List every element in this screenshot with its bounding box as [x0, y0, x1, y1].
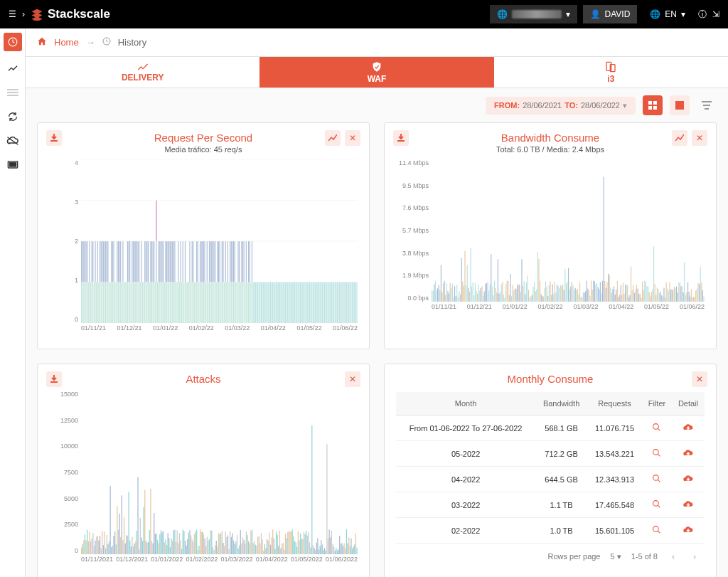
svg-rect-264: [248, 282, 249, 324]
svg-rect-36: [92, 282, 93, 324]
svg-rect-97: [134, 241, 135, 282]
filter-button[interactable]: [652, 527, 661, 536]
svg-rect-496: [579, 282, 580, 302]
svg-rect-742: [237, 549, 238, 554]
filter-button[interactable]: [697, 95, 717, 115]
svg-rect-32: [89, 241, 90, 282]
sidebar-monitor-icon[interactable]: [6, 158, 20, 172]
svg-rect-58: [107, 241, 107, 282]
exit-icon[interactable]: ⇲: [712, 9, 719, 19]
svg-rect-827: [336, 548, 336, 554]
sidebar-cloud-off-icon[interactable]: [6, 134, 20, 148]
x-axis: 01/11/2021 01/12/2021 01/01/2022 01/02/2…: [81, 556, 358, 568]
filter-button[interactable]: [652, 450, 661, 459]
date-range-chip[interactable]: FROM: 28/06/2021 TO: 28/06/2022 ▾: [486, 97, 636, 115]
svg-rect-835: [345, 548, 346, 554]
lang-selector[interactable]: 🌐 EN ▾: [643, 5, 692, 23]
home-icon[interactable]: [37, 36, 47, 48]
single-view-button[interactable]: [670, 95, 690, 115]
plot-bandwidth: [432, 159, 705, 302]
detail-button[interactable]: [682, 502, 694, 510]
svg-rect-801: [306, 531, 306, 554]
filter-button[interactable]: [652, 425, 661, 433]
cell-bandwidth: 1.1 TB: [535, 492, 587, 518]
sidebar-list-icon[interactable]: [6, 85, 20, 100]
svg-rect-572: [666, 282, 667, 302]
svg-rect-724: [217, 546, 218, 554]
svg-rect-71: [117, 282, 117, 324]
svg-rect-308: [295, 282, 296, 324]
svg-rect-155: [171, 241, 171, 282]
help-icon[interactable]: ⓘ: [698, 9, 707, 21]
rpp-select[interactable]: 5 ▾: [611, 552, 621, 561]
menu-icon[interactable]: ☰: [9, 9, 16, 19]
close-button[interactable]: ✕: [345, 130, 360, 146]
svg-rect-345: [338, 282, 338, 324]
svg-rect-745: [241, 544, 242, 554]
svg-rect-245: [235, 282, 235, 324]
svg-rect-816: [323, 550, 323, 554]
svg-rect-182: [192, 241, 193, 282]
user-chip[interactable]: 👤 DAVID: [583, 5, 638, 23]
chart-mode-button[interactable]: [325, 130, 341, 146]
svg-rect-472: [552, 284, 553, 302]
svg-rect-603: [701, 282, 702, 302]
brand[interactable]: Stackscale: [31, 7, 110, 21]
svg-rect-434: [509, 295, 510, 302]
svg-rect-782: [284, 550, 284, 554]
sidebar-chart-icon[interactable]: [6, 61, 20, 75]
svg-rect-712: [203, 534, 204, 554]
svg-rect-124: [152, 282, 153, 324]
forward-icon[interactable]: ›: [22, 9, 25, 19]
tab-i3[interactable]: i3: [494, 57, 728, 88]
download-button[interactable]: [393, 130, 409, 146]
svg-rect-409: [481, 288, 481, 302]
org-selector[interactable]: 🌐 ▾: [490, 5, 577, 23]
left-sidebar: [0, 28, 26, 577]
close-button[interactable]: ✕: [692, 371, 707, 387]
globe-icon: 🌐: [497, 9, 508, 19]
tick: 5000: [49, 495, 78, 502]
tab-waf[interactable]: WAF: [259, 57, 493, 88]
svg-rect-648: [129, 541, 130, 554]
tab-delivery[interactable]: DELIVERY: [26, 57, 259, 88]
sidebar-refresh-icon[interactable]: [6, 110, 20, 124]
next-page-button[interactable]: ›: [689, 551, 700, 562]
chart-mode-button[interactable]: [672, 130, 687, 146]
breadcrumb-home[interactable]: Home: [54, 37, 79, 48]
filter-button[interactable]: [652, 476, 661, 485]
svg-rect-698: [187, 539, 188, 554]
prev-page-button[interactable]: ‹: [668, 551, 679, 562]
svg-rect-220: [217, 241, 218, 282]
sidebar-history-icon[interactable]: [4, 33, 22, 51]
svg-rect-634: [113, 536, 114, 554]
filter-button[interactable]: [652, 502, 661, 510]
svg-rect-210: [211, 282, 212, 324]
close-button[interactable]: ✕: [345, 371, 360, 387]
svg-rect-602: [700, 267, 701, 302]
svg-rect-126: [154, 282, 154, 324]
detail-button[interactable]: [682, 425, 694, 433]
plot-rps: [81, 159, 358, 323]
cell-month: From 01-06-2022 To 27-06-2022: [396, 415, 535, 441]
svg-rect-183: [193, 282, 193, 324]
section-tabs: DELIVERY WAF i3: [26, 57, 728, 88]
svg-rect-323: [313, 282, 314, 324]
svg-rect-198: [203, 282, 204, 324]
svg-rect-221: [218, 282, 219, 324]
svg-rect-105: [139, 241, 139, 282]
download-button[interactable]: [46, 371, 62, 387]
svg-rect-145: [165, 241, 166, 282]
y-axis: 11.4 Mbps 9.5 Mbps 7.6 Mbps 5.7 Mbps 3.8…: [396, 159, 432, 302]
grid-view-button[interactable]: [643, 95, 663, 115]
tick: 01/03/22: [573, 303, 598, 316]
download-button[interactable]: [46, 130, 62, 146]
detail-button[interactable]: [682, 450, 694, 459]
svg-rect-448: [525, 294, 525, 302]
svg-rect-337: [328, 282, 329, 324]
close-button[interactable]: ✕: [692, 130, 707, 146]
svg-rect-397: [467, 265, 468, 302]
detail-button[interactable]: [682, 476, 694, 485]
detail-button[interactable]: [682, 527, 694, 536]
svg-rect-831: [341, 544, 341, 554]
